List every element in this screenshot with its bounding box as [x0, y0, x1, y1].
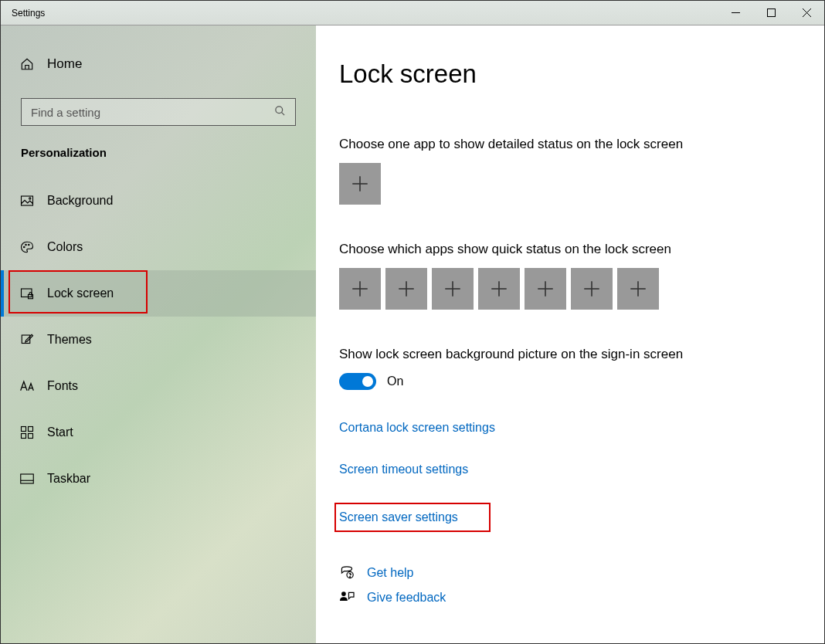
sidebar-item-background[interactable]: Background — [1, 178, 316, 224]
svg-rect-14 — [22, 427, 26, 432]
cortana-link[interactable]: Cortana lock screen settings — [339, 421, 495, 435]
sidebar-item-colors[interactable]: Colors — [1, 224, 316, 270]
category-title: Personalization — [1, 126, 316, 159]
add-quick-app-button-4[interactable] — [478, 268, 520, 310]
home-button[interactable]: Home — [1, 49, 316, 80]
svg-point-8 — [24, 246, 25, 248]
svg-point-37 — [350, 577, 351, 578]
taskbar-icon — [19, 473, 35, 484]
add-quick-app-button-6[interactable] — [571, 268, 613, 310]
detailed-status-label: Choose one app to show detailed status o… — [339, 137, 824, 152]
start-icon — [19, 425, 35, 439]
sidebar-item-label: Taskbar — [47, 472, 90, 486]
sidebar-item-label: Lock screen — [47, 286, 114, 300]
svg-point-10 — [29, 244, 30, 246]
picture-icon — [19, 194, 35, 208]
minimize-button[interactable] — [718, 1, 753, 25]
main-content: Lock screen Choose one app to show detai… — [316, 25, 824, 643]
sidebar-item-lock-screen[interactable]: Lock screen — [1, 270, 316, 317]
fonts-icon — [19, 380, 35, 392]
signin-picture-toggle[interactable] — [339, 373, 376, 390]
home-icon — [19, 57, 35, 71]
quick-status-label: Choose which apps show quick status on t… — [339, 242, 824, 257]
maximize-button[interactable] — [753, 1, 789, 25]
nav-list: Background Colors Lock screen Themes — [1, 178, 316, 502]
search-input[interactable] — [31, 106, 274, 119]
add-quick-app-button-5[interactable] — [525, 268, 566, 310]
feedback-icon — [339, 591, 355, 605]
signin-picture-label: Show lock screen background picture on t… — [339, 347, 824, 362]
help-icon — [339, 566, 355, 580]
sidebar-item-taskbar[interactable]: Taskbar — [1, 456, 316, 502]
themes-icon — [19, 333, 35, 347]
add-quick-app-button-1[interactable] — [339, 268, 381, 310]
get-help-row[interactable]: Get help — [339, 566, 824, 580]
sidebar: Home Personalization Background — [1, 25, 316, 643]
add-detailed-app-button[interactable] — [339, 163, 381, 205]
sidebar-item-start[interactable]: Start — [1, 409, 316, 456]
sidebar-item-label: Start — [47, 425, 73, 439]
svg-rect-18 — [21, 474, 34, 483]
screensaver-link[interactable]: Screen saver settings — [339, 510, 458, 524]
sidebar-item-fonts[interactable]: Fonts — [1, 363, 316, 409]
close-button[interactable] — [789, 1, 824, 25]
svg-rect-6 — [22, 196, 33, 205]
window-title: Settings — [12, 8, 45, 19]
sidebar-item-label: Background — [47, 194, 113, 208]
sidebar-item-themes[interactable]: Themes — [1, 317, 316, 363]
sidebar-item-label: Fonts — [47, 379, 78, 393]
search-input-wrap[interactable] — [21, 98, 296, 126]
svg-point-7 — [29, 198, 31, 199]
sidebar-item-label: Colors — [47, 240, 83, 254]
svg-point-38 — [341, 591, 346, 596]
titlebar: Settings — [1, 1, 824, 25]
svg-rect-11 — [22, 289, 32, 297]
lock-screen-icon — [19, 286, 35, 300]
search-icon — [274, 105, 286, 119]
svg-rect-17 — [29, 434, 33, 439]
home-label: Home — [47, 56, 82, 72]
svg-point-9 — [25, 244, 27, 246]
svg-rect-15 — [29, 427, 33, 432]
help-link[interactable]: Get help — [367, 566, 413, 580]
feedback-row[interactable]: Give feedback — [339, 591, 824, 605]
svg-rect-1 — [767, 9, 775, 17]
add-quick-app-button-3[interactable] — [432, 268, 474, 310]
svg-point-4 — [276, 107, 283, 114]
timeout-link[interactable]: Screen timeout settings — [339, 463, 468, 476]
palette-icon — [19, 240, 35, 254]
svg-rect-16 — [22, 434, 26, 439]
page-title: Lock screen — [339, 59, 824, 89]
toggle-state-label: On — [387, 375, 403, 388]
sidebar-item-label: Themes — [47, 333, 92, 347]
add-quick-app-button-7[interactable] — [617, 268, 659, 310]
add-quick-app-button-2[interactable] — [385, 268, 427, 310]
svg-line-5 — [281, 112, 284, 115]
feedback-link[interactable]: Give feedback — [367, 591, 446, 605]
